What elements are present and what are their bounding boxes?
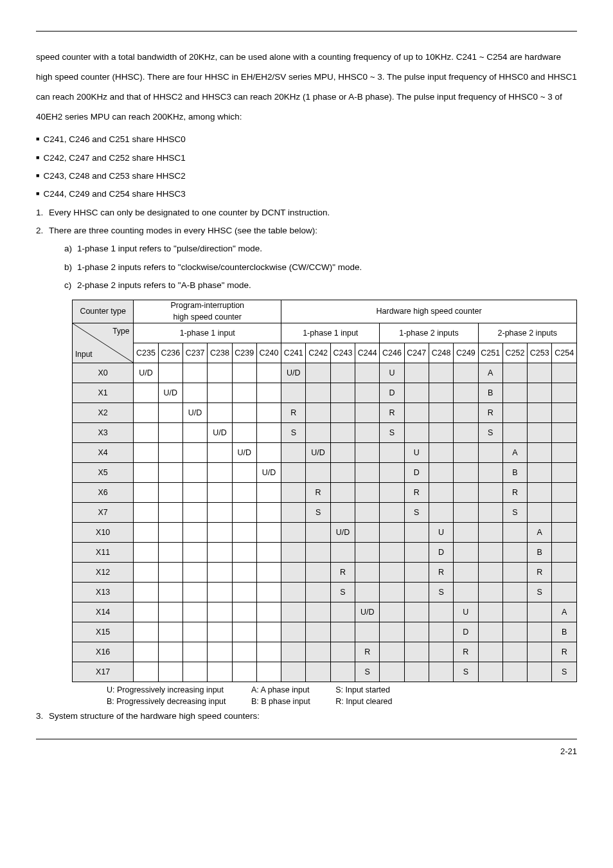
row-label: X3: [73, 423, 134, 443]
table-cell: [478, 583, 502, 602]
table-cell: [528, 503, 552, 523]
table-cell: [134, 483, 158, 503]
table-cell: [454, 563, 478, 583]
row-label: X5: [73, 463, 134, 483]
table-cell: [256, 563, 281, 583]
table-cell: [306, 383, 330, 403]
table-cell: [502, 642, 527, 662]
hhsc-share-list: C241, C246 and C251 share HHSC0 C242, C2…: [36, 131, 577, 203]
table-cell: [306, 602, 330, 622]
top-rule: [36, 31, 577, 32]
table-cell: [281, 523, 306, 543]
col-header: C244: [355, 343, 380, 363]
table-cell: S: [281, 423, 306, 443]
table-cell: [281, 602, 306, 622]
table-cell: [528, 363, 552, 383]
table-cell: [158, 503, 182, 523]
col-header: C239: [232, 343, 256, 363]
table-cell: [552, 363, 577, 383]
header-type-input: Type Input: [73, 323, 134, 363]
diag-label-type: Type: [112, 326, 129, 337]
table-cell: [281, 583, 306, 602]
table-cell: [232, 403, 256, 423]
table-cell: [256, 363, 281, 383]
table-cell: [158, 363, 182, 383]
table-cell: S: [552, 662, 577, 682]
table-cell: [208, 622, 232, 642]
table-cell: U: [404, 443, 429, 463]
table-cell: U/D: [355, 602, 380, 622]
numbered-list-cont: 3.System structure of the hardware high …: [36, 707, 577, 725]
sub-text: 1-phase 2 inputs refers to "clockwise/co…: [77, 262, 362, 272]
table-cell: [380, 642, 404, 662]
table-cell: [134, 563, 158, 583]
row-label: X4: [73, 443, 134, 463]
table-cell: A: [478, 363, 502, 383]
table-cell: [429, 602, 453, 622]
table-cell: [330, 602, 355, 622]
table-cell: U: [380, 363, 404, 383]
table-cell: [454, 423, 478, 443]
table-cell: [552, 563, 577, 583]
table-cell: [355, 363, 380, 383]
col-header: C249: [454, 343, 478, 363]
table-cell: [281, 622, 306, 642]
sub-item: a)1-phase 1 input refers to "pulse/direc…: [64, 240, 577, 258]
table-cell: [182, 383, 207, 403]
table-cell: [208, 363, 232, 383]
table-cell: [330, 443, 355, 463]
table-cell: [158, 602, 182, 622]
table-cell: [256, 383, 281, 403]
table-cell: [232, 523, 256, 543]
table-cell: [232, 583, 256, 602]
table-cell: [502, 543, 527, 563]
table-cell: [478, 602, 502, 622]
table-cell: [158, 403, 182, 423]
table-cell: [552, 443, 577, 463]
table-cell: [552, 403, 577, 423]
table-cell: [454, 403, 478, 423]
col-header: C254: [552, 343, 577, 363]
table-cell: [182, 483, 207, 503]
table-cell: [256, 543, 281, 563]
table-cell: [256, 622, 281, 642]
table-cell: U/D: [208, 423, 232, 443]
table-legend: U: Progressively increasing input B: Pro…: [107, 685, 577, 707]
table-cell: S: [478, 423, 502, 443]
table-cell: [256, 503, 281, 523]
table-cell: [528, 483, 552, 503]
table-cell: R: [552, 642, 577, 662]
table-cell: [380, 602, 404, 622]
table-cell: [429, 403, 453, 423]
table-cell: [454, 543, 478, 563]
table-cell: [552, 523, 577, 543]
table-cell: [182, 463, 207, 483]
table-cell: [502, 403, 527, 423]
table-cell: [478, 543, 502, 563]
row-label: X14: [73, 602, 134, 622]
group-1phase1: 1-phase 1 input: [134, 323, 281, 343]
col-header: C237: [182, 343, 207, 363]
table-cell: [232, 543, 256, 563]
table-cell: [134, 523, 158, 543]
table-cell: [404, 642, 429, 662]
table-cell: [256, 443, 281, 463]
table-cell: [429, 642, 453, 662]
table-cell: [306, 662, 330, 682]
table-cell: [281, 503, 306, 523]
table-cell: [208, 503, 232, 523]
table-cell: [355, 463, 380, 483]
col-header: C253: [528, 343, 552, 363]
table-cell: [281, 563, 306, 583]
table-cell: [502, 423, 527, 443]
table-cell: [380, 583, 404, 602]
table-cell: [528, 622, 552, 642]
table-cell: [256, 523, 281, 543]
table-cell: [182, 523, 207, 543]
table-cell: [478, 503, 502, 523]
table-cell: [552, 503, 577, 523]
table-cell: [158, 443, 182, 463]
bullet-item: C242, C247 and C252 share HHSC1: [36, 149, 577, 167]
col-header: C241: [281, 343, 306, 363]
table-cell: U/D: [306, 443, 330, 463]
